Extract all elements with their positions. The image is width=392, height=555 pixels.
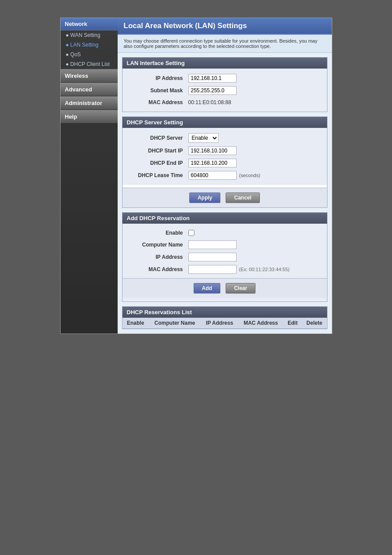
- dhcp-end-ip-row: DHCP End IP: [122, 157, 327, 169]
- ip-address-label: IP Address: [127, 75, 188, 81]
- reservation-ip-address-label: IP Address: [127, 254, 188, 260]
- col-computer-name: Computer Name: [149, 318, 201, 329]
- subnet-mask-label: Subnet Mask: [127, 87, 188, 94]
- sidebar-network-header: Network: [61, 18, 118, 30]
- sidebar-wireless-btn[interactable]: Wireless: [61, 69, 118, 83]
- router-ui: Network ● WAN Setting ● LAN Setting ● Qo…: [60, 18, 332, 334]
- reservation-enable-label: Enable: [127, 230, 188, 236]
- reservation-computer-name-input[interactable]: [188, 240, 237, 249]
- reservation-ip-address-input[interactable]: [188, 253, 237, 261]
- sidebar: Network ● WAN Setting ● LAN Setting ● Qo…: [61, 18, 118, 334]
- sidebar-item-lan-setting[interactable]: ● LAN Setting: [61, 40, 118, 50]
- reservations-table-header-row: Enable Computer Name IP Address MAC Addr…: [122, 318, 327, 329]
- dhcp-server-select[interactable]: Enable Disable: [188, 133, 219, 143]
- dhcp-end-ip-label: DHCP End IP: [127, 160, 188, 166]
- ip-address-row: IP Address: [122, 72, 327, 84]
- reservations-table: Enable Computer Name IP Address MAC Addr…: [122, 318, 327, 329]
- subnet-mask-row: Subnet Mask: [122, 84, 327, 97]
- sidebar-network-section: ● WAN Setting ● LAN Setting ● QoS ● DHCP…: [61, 30, 118, 69]
- dhcp-start-ip-label: DHCP Start IP: [127, 148, 188, 154]
- lan-interface-header: LAN Interface Setting: [122, 58, 327, 69]
- main-content: Local Area Network (LAN) Settings You ma…: [118, 18, 332, 334]
- dhcp-lease-time-unit: (seconds): [239, 173, 260, 178]
- mac-example-note: (Ex: 00:11:22:33:44:55): [239, 267, 290, 272]
- page-wrapper: Network ● WAN Setting ● LAN Setting ● Qo…: [0, 18, 392, 334]
- dhcp-start-ip-row: DHCP Start IP: [122, 145, 327, 157]
- subnet-mask-input[interactable]: [188, 86, 237, 95]
- dhcp-server-section: DHCP Server Setting DHCP Server Enable D…: [122, 116, 327, 208]
- sidebar-help-btn[interactable]: Help: [61, 110, 118, 123]
- dhcp-end-ip-input[interactable]: [188, 159, 237, 167]
- dhcp-reservation-header: Add DHCP Reservation: [122, 213, 327, 224]
- reservation-computer-name-row: Computer Name: [122, 239, 327, 251]
- dhcp-server-body: DHCP Server Enable Disable DHCP Start IP…: [122, 128, 327, 185]
- reservation-mac-address-label: MAC Address: [127, 266, 188, 272]
- cancel-button[interactable]: Cancel: [226, 192, 259, 203]
- sidebar-advanced-btn[interactable]: Advanced: [61, 83, 118, 96]
- dhcp-server-header: DHCP Server Setting: [122, 117, 327, 128]
- col-mac-address: MAC Address: [238, 318, 284, 329]
- col-delete: Delete: [302, 318, 327, 329]
- col-ip-address: IP Address: [201, 318, 238, 329]
- reservation-computer-name-label: Computer Name: [127, 242, 188, 248]
- dhcp-reservation-section: Add DHCP Reservation Enable Computer Nam…: [122, 212, 327, 302]
- mac-address-label: MAC Address: [127, 99, 188, 105]
- reservation-mac-address-input[interactable]: [188, 265, 237, 274]
- dhcp-server-btn-row: Apply Cancel: [122, 188, 327, 207]
- dhcp-lease-time-row: DHCP Lease Time (seconds): [122, 169, 327, 181]
- add-button[interactable]: Add: [194, 283, 220, 294]
- col-edit: Edit: [283, 318, 302, 329]
- dhcp-reservation-body: Enable Computer Name IP Address MAC Addr…: [122, 224, 327, 301]
- reservation-ip-address-row: IP Address: [122, 251, 327, 263]
- sidebar-item-dhcp-client-list[interactable]: ● DHCP Client List: [61, 59, 118, 69]
- dhcp-reservations-list-body: Enable Computer Name IP Address MAC Addr…: [122, 318, 327, 329]
- dhcp-reservations-list-section: DHCP Reservations List Enable Computer N…: [122, 306, 327, 329]
- reservation-enable-checkbox[interactable]: [188, 230, 194, 236]
- reservation-btn-row: Add Clear: [122, 278, 327, 298]
- sidebar-item-wan-setting[interactable]: ● WAN Setting: [61, 30, 118, 40]
- page-title: Local Area Network (LAN) Settings: [118, 18, 332, 35]
- page-description: You may choose different connection type…: [118, 35, 332, 53]
- lan-interface-body: IP Address Subnet Mask MAC Address 00:11…: [122, 69, 327, 112]
- ip-address-input[interactable]: [188, 74, 237, 83]
- reservation-enable-row: Enable: [122, 227, 327, 239]
- dhcp-server-row: DHCP Server Enable Disable: [122, 131, 327, 145]
- col-enable: Enable: [122, 318, 149, 329]
- dhcp-lease-time-input[interactable]: [188, 171, 237, 180]
- reservation-mac-address-row: MAC Address (Ex: 00:11:22:33:44:55): [122, 263, 327, 276]
- dhcp-start-ip-input[interactable]: [188, 146, 237, 155]
- apply-button[interactable]: Apply: [189, 192, 220, 203]
- sidebar-item-qos[interactable]: ● QoS: [61, 50, 118, 59]
- dhcp-server-label: DHCP Server: [127, 135, 188, 141]
- dhcp-reservations-list-header: DHCP Reservations List: [122, 307, 327, 318]
- clear-button[interactable]: Clear: [226, 283, 255, 294]
- dhcp-lease-time-label: DHCP Lease Time: [127, 172, 188, 178]
- lan-interface-section: LAN Interface Setting IP Address Subnet …: [122, 57, 327, 112]
- sidebar-administrator-btn[interactable]: Administrator: [61, 96, 118, 110]
- mac-address-value: 00:11:E0:01:08:88: [188, 99, 231, 105]
- mac-address-row: MAC Address 00:11:E0:01:08:88: [122, 97, 327, 108]
